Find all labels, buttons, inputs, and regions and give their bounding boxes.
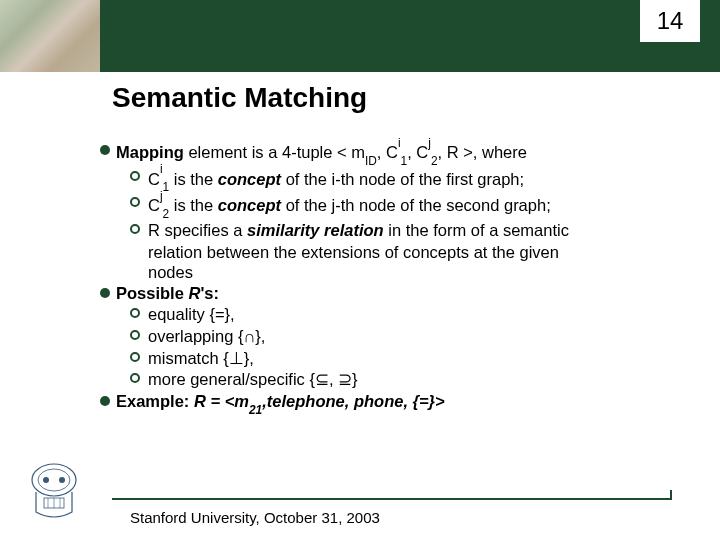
ring-icon — [130, 197, 140, 207]
ring-icon — [130, 352, 140, 362]
sub-bullet-equality: equality {=}, — [100, 304, 680, 325]
bullet-text: Cj2 is the concept of the j-th node of t… — [148, 193, 551, 219]
page-number-box: 14 — [640, 0, 700, 42]
disc-icon — [100, 288, 110, 298]
footer-tick — [670, 490, 672, 500]
bullet-text: Ci1 is the concept of the i-th node of t… — [148, 167, 524, 193]
svg-point-2 — [43, 477, 49, 483]
ring-icon — [130, 330, 140, 340]
cont-line: relation between the extensions of conce… — [100, 242, 680, 263]
footer-divider — [112, 498, 672, 500]
lead: Mapping — [116, 143, 184, 161]
content-area: Mapping element is a 4-tuple < mID, Ci1,… — [100, 140, 680, 416]
university-logo — [26, 462, 82, 526]
header-art-thumbnail — [0, 0, 100, 72]
sub-bullet-ci1: Ci1 is the concept of the i-th node of t… — [100, 167, 680, 193]
bullet-example: Example: R = <m21,telephone, phone, {=}> — [100, 391, 680, 415]
sub-bullet-r: R specifies a similarity relation in the… — [100, 220, 680, 241]
ring-icon — [130, 373, 140, 383]
ring-icon — [130, 308, 140, 318]
bullet-text: Example: R = <m21,telephone, phone, {=}> — [116, 391, 445, 415]
header-band — [0, 0, 720, 72]
footer-text: Stanford University, October 31, 2003 — [130, 509, 380, 526]
bullet-mapping: Mapping element is a 4-tuple < mID, Ci1,… — [100, 140, 680, 166]
bullet-text: Mapping element is a 4-tuple < mID, Ci1,… — [116, 140, 527, 166]
ring-icon — [130, 171, 140, 181]
sub-bullet-mismatch: mismatch {⊥}, — [100, 348, 680, 369]
bullet-text: more general/specific {⊆, ⊇} — [148, 369, 358, 390]
sub-bullet-overlapping: overlapping {∩}, — [100, 326, 680, 347]
page-number: 14 — [657, 7, 684, 35]
bullet-text: Possible R's: — [116, 283, 219, 304]
ring-icon — [130, 224, 140, 234]
sub-bullet-cj2: Cj2 is the concept of the j-th node of t… — [100, 193, 680, 219]
svg-point-1 — [38, 469, 70, 491]
bullet-text: overlapping {∩}, — [148, 326, 265, 347]
bullet-possible: Possible R's: — [100, 283, 680, 304]
bullet-text: mismatch {⊥}, — [148, 348, 254, 369]
slide-title: Semantic Matching — [112, 82, 367, 114]
disc-icon — [100, 145, 110, 155]
bullet-text: R specifies a similarity relation in the… — [148, 220, 569, 241]
disc-icon — [100, 396, 110, 406]
bullet-text: equality {=}, — [148, 304, 235, 325]
cont-line: nodes — [100, 262, 680, 283]
svg-point-3 — [59, 477, 65, 483]
sub-bullet-general-specific: more general/specific {⊆, ⊇} — [100, 369, 680, 390]
